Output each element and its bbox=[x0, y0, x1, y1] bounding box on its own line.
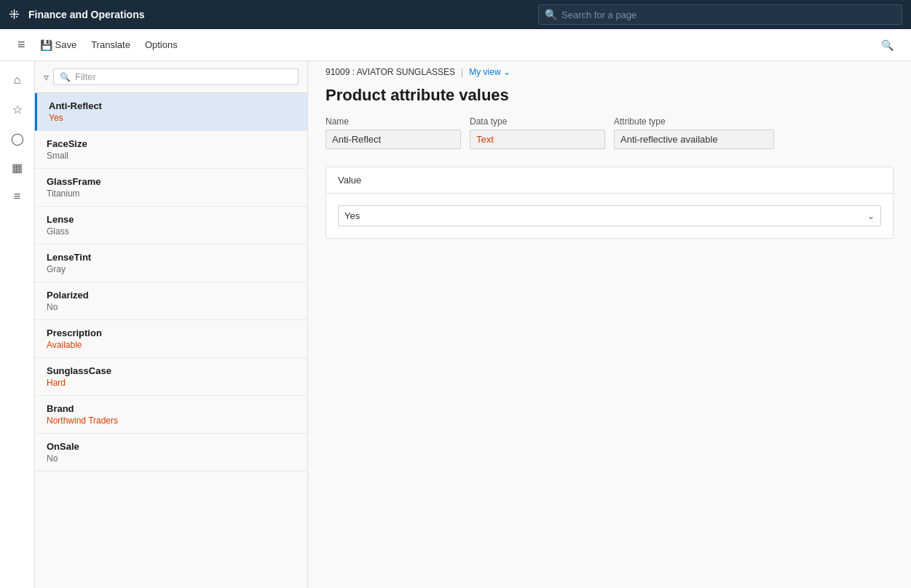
list-item-name: SunglassCase bbox=[47, 365, 296, 376]
list-item-value: Titanium bbox=[47, 188, 296, 199]
list-item-value: No bbox=[47, 302, 296, 312]
filter-icon[interactable]: ▿ bbox=[44, 71, 49, 83]
list-item[interactable]: PolarizedNo bbox=[35, 282, 307, 320]
list-item-value: Yes bbox=[49, 113, 296, 123]
list-header: ▿ 🔍 bbox=[35, 61, 307, 93]
data-type-field-group: Data type bbox=[470, 116, 605, 149]
sidebar-item-workspace[interactable]: ▦ bbox=[4, 154, 31, 180]
main-layout: ⌂ ☆ ◯ ▦ ≡ ▿ 🔍 Anti-ReflectYesFaceSizeSma… bbox=[0, 61, 911, 588]
search-icon: 🔍 bbox=[545, 9, 557, 20]
list-item-name: Lense bbox=[47, 214, 296, 225]
breadcrumb: 91009 : AVIATOR SUNGLASSES | My view ⌄ bbox=[308, 61, 911, 83]
sidebar-item-home[interactable]: ⌂ bbox=[4, 67, 31, 93]
name-field-group: Name bbox=[326, 116, 461, 149]
list-item[interactable]: LenseGlass bbox=[35, 207, 307, 245]
search-input[interactable] bbox=[561, 9, 896, 20]
detail-panel: 91009 : AVIATOR SUNGLASSES | My view ⌄ P… bbox=[308, 61, 911, 588]
list-item-value: Gray bbox=[47, 264, 296, 274]
toolbar-search-icon[interactable]: 🔍 bbox=[875, 36, 899, 54]
attr-type-field-group: Attribute type bbox=[614, 116, 774, 149]
list-item[interactable]: GlassFrameTitanium bbox=[35, 169, 307, 207]
sidebar-item-recent[interactable]: ◯ bbox=[4, 125, 31, 151]
translate-button[interactable]: Translate bbox=[85, 36, 136, 53]
value-dropdown[interactable]: YesNo ⌄ bbox=[338, 205, 881, 226]
value-section-body: YesNo ⌄ bbox=[326, 194, 893, 238]
list-item-value: Northwind Traders bbox=[47, 416, 296, 426]
value-section-header: Value bbox=[326, 167, 893, 194]
filter-input[interactable] bbox=[75, 71, 292, 82]
list-item-name: Prescription bbox=[47, 327, 296, 338]
list-item-name: Brand bbox=[47, 403, 296, 414]
breadcrumb-separator: | bbox=[461, 67, 463, 77]
list-item[interactable]: FaceSizeSmall bbox=[35, 131, 307, 169]
hamburger-icon[interactable]: ≡ bbox=[12, 34, 31, 55]
options-button[interactable]: Options bbox=[139, 36, 184, 53]
list-item-value: Hard bbox=[47, 378, 296, 388]
breadcrumb-view[interactable]: My view ⌄ bbox=[469, 67, 510, 77]
data-type-label: Data type bbox=[470, 116, 605, 127]
filter-search-icon: 🔍 bbox=[60, 72, 71, 82]
list-item[interactable]: SunglassCaseHard bbox=[35, 358, 307, 396]
list-item[interactable]: Anti-ReflectYes bbox=[35, 93, 307, 131]
attr-type-field[interactable] bbox=[614, 130, 774, 149]
value-section: Value YesNo ⌄ bbox=[326, 167, 894, 239]
filter-search[interactable]: 🔍 bbox=[53, 68, 299, 85]
data-type-field[interactable] bbox=[470, 130, 605, 149]
name-label: Name bbox=[326, 116, 461, 127]
name-field[interactable] bbox=[326, 130, 461, 149]
list-panel: ▿ 🔍 Anti-ReflectYesFaceSizeSmallGlassFra… bbox=[35, 61, 308, 588]
app-title: Finance and Operations bbox=[28, 9, 144, 20]
list-items: Anti-ReflectYesFaceSizeSmallGlassFrameTi… bbox=[35, 93, 307, 588]
list-item-value: Available bbox=[47, 340, 296, 350]
list-item-name: OnSale bbox=[47, 441, 296, 452]
list-item-name: LenseTint bbox=[47, 252, 296, 263]
list-item[interactable]: LenseTintGray bbox=[35, 245, 307, 282]
side-icon-bar: ⌂ ☆ ◯ ▦ ≡ bbox=[0, 61, 35, 588]
top-nav: ⁜ Finance and Operations 🔍 bbox=[0, 0, 911, 29]
save-icon: 💾 bbox=[40, 39, 52, 51]
list-item[interactable]: OnSaleNo bbox=[35, 434, 307, 472]
list-item-value: Small bbox=[47, 151, 296, 161]
list-item-name: FaceSize bbox=[47, 138, 296, 149]
attr-type-label: Attribute type bbox=[614, 116, 774, 127]
toolbar: ≡ 💾 Save Translate Options 🔍 bbox=[0, 29, 911, 61]
page-title: Product attribute values bbox=[308, 83, 911, 116]
list-item-value: Glass bbox=[47, 226, 296, 237]
grid-icon[interactable]: ⁜ bbox=[9, 7, 20, 23]
list-item[interactable]: PrescriptionAvailable bbox=[35, 320, 307, 358]
sidebar-item-favorites[interactable]: ☆ bbox=[4, 96, 31, 122]
chevron-down-icon: ⌄ bbox=[503, 67, 510, 77]
fields-row: Name Data type Attribute type bbox=[308, 116, 911, 161]
save-button[interactable]: 💾 Save bbox=[34, 36, 83, 54]
list-item[interactable]: BrandNorthwind Traders bbox=[35, 396, 307, 434]
list-item-name: Polarized bbox=[47, 290, 296, 301]
breadcrumb-code: 91009 : AVIATOR SUNGLASSES bbox=[326, 67, 455, 77]
value-select[interactable]: YesNo bbox=[339, 206, 880, 226]
global-search[interactable]: 🔍 bbox=[538, 4, 902, 25]
list-item-name: GlassFrame bbox=[47, 176, 296, 187]
sidebar-item-list[interactable]: ≡ bbox=[4, 183, 31, 210]
list-item-value: No bbox=[47, 453, 296, 464]
list-item-name: Anti-Reflect bbox=[49, 100, 296, 111]
